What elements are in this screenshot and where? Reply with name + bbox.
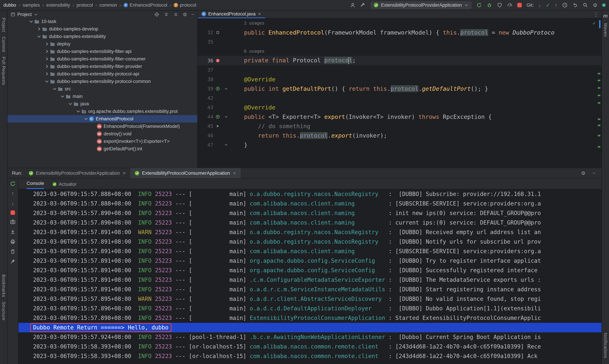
code-editor[interactable]: 2 usages32public EnhancedProtocol(Framew… [198, 18, 601, 168]
breadcrumb-item[interactable]: protocol [77, 2, 93, 8]
chevron-right-icon[interactable] [44, 64, 50, 69]
tree-item[interactable]: mdestroy():void [8, 130, 197, 138]
fold-marker[interactable] [222, 49, 230, 54]
tree-item[interactable]: dubbo-samples-extensibility-filter-provi… [8, 63, 197, 70]
profiler-button[interactable] [507, 2, 513, 8]
chevron-down-icon[interactable] [75, 109, 81, 114]
chevron-right-icon[interactable] [44, 41, 50, 46]
fold-marker[interactable] [222, 21, 230, 26]
collapse-all-button[interactable] [173, 12, 178, 17]
editor-code-line[interactable]: 43@Override [198, 103, 601, 112]
tree-item[interactable]: main [8, 93, 197, 100]
fold-marker[interactable] [222, 39, 230, 44]
chevron-down-icon[interactable] [34, 13, 38, 16]
tree-item[interactable]: java [8, 100, 197, 108]
close-icon[interactable] [122, 171, 126, 175]
editor-code-line[interactable]: 38@Override [198, 75, 601, 84]
tree-item[interactable]: src [8, 85, 197, 93]
editor-inlay-hint[interactable]: 6 usages [198, 46, 601, 56]
chevron-down-icon[interactable] [28, 19, 34, 24]
screenshot-camera-button[interactable] [10, 219, 16, 225]
run-tab[interactable]: ExtensibilityProtocolProviderApplication [24, 168, 130, 178]
sidebar-item-commit[interactable]: Commit [1, 37, 6, 52]
notifications-tool-button[interactable]: Notifications [602, 328, 609, 363]
tree-item[interactable]: mEnhancedProtocol(FrameworkModel) [8, 123, 197, 130]
fold-marker[interactable] [222, 124, 230, 129]
scroll-to-end-button[interactable] [10, 229, 16, 234]
tree-item[interactable]: dubbo-samples-extensibility [8, 33, 197, 40]
chevron-down-icon[interactable] [52, 86, 58, 91]
run-hide-button[interactable]: − [593, 170, 595, 176]
editor-code-line[interactable]: 45// do something [198, 121, 601, 131]
sidebar-item-pull-requests[interactable]: Pull Requests [1, 57, 6, 85]
inspections-widget-check-icon[interactable]: ✓ [593, 20, 596, 26]
chevron-right-icon[interactable] [44, 56, 50, 62]
sidebar-item-bookmarks[interactable]: Bookmarks [1, 274, 6, 297]
fold-marker[interactable] [222, 133, 230, 138]
rerun-button[interactable] [476, 2, 482, 8]
tree-item[interactable]: dubbo-samples-extensibility-protocol-com… [8, 78, 197, 85]
user-avatar-icon[interactable] [350, 2, 355, 8]
chevron-right-icon[interactable] [36, 26, 42, 31]
run-line-gutter-icon[interactable] [216, 124, 220, 128]
tab-options-kebab-icon[interactable]: ⋮ [593, 12, 598, 17]
search-everywhere-icon[interactable] [582, 2, 588, 8]
override-gutter-icon[interactable] [216, 115, 220, 119]
stop-button[interactable] [517, 3, 522, 7]
error-gutter-icon[interactable] [216, 58, 220, 63]
breadcrumb-item[interactable]: fprotocol [174, 2, 196, 8]
pin-tab-button[interactable] [10, 259, 16, 264]
sidebar-item-structure[interactable]: Structure [1, 302, 6, 320]
history-clock-icon[interactable] [562, 2, 568, 8]
fold-marker[interactable] [222, 114, 230, 119]
expand-all-button[interactable] [164, 12, 169, 17]
breadcrumb-item[interactable]: common [99, 2, 117, 8]
project-view-title[interactable]: Project [17, 12, 32, 17]
editor-inlay-hint[interactable]: 2 usages [198, 18, 601, 28]
fold-marker[interactable] [222, 67, 230, 73]
git-commit-button[interactable]: ✓ [546, 2, 550, 8]
breadcrumb-item[interactable]: extensibility [46, 2, 70, 8]
chevron-down-icon[interactable] [60, 94, 66, 99]
chevron-right-icon[interactable] [44, 49, 50, 54]
fold-marker[interactable] [222, 86, 230, 91]
fold-marker[interactable] [222, 95, 230, 101]
run-tab[interactable]: ExtensibilityProtocolConsumerApplication [130, 168, 241, 178]
editor-code-line[interactable]: 37 [198, 65, 601, 75]
run-settings-gear-icon[interactable]: ⚙ [581, 170, 585, 176]
rerun-application-button[interactable] [10, 181, 16, 187]
chevron-down-icon[interactable] [36, 34, 42, 39]
editor-code-line[interactable]: 39public int getDefaultPort() { return t… [198, 84, 601, 93]
chevron-right-icon[interactable] [44, 71, 50, 77]
print-button[interactable] [10, 239, 16, 245]
rollback-icon[interactable] [572, 2, 578, 8]
chevron-down-icon[interactable] [68, 101, 73, 106]
fold-marker[interactable] [222, 105, 230, 110]
tree-item[interactable]: 10-task [8, 18, 197, 25]
run-configuration-selector[interactable]: ExtensibilityProtocolProviderApplication [370, 1, 472, 9]
fold-marker[interactable] [222, 58, 230, 63]
editor-code-line[interactable]: 42 [198, 93, 601, 103]
maven-tool-button[interactable]: m Maven [602, 13, 609, 41]
chevron-down-icon[interactable] [44, 79, 50, 84]
tree-item[interactable]: dubbo-samples-develop [8, 25, 197, 33]
tree-item[interactable]: CEnhancedProtocol [8, 115, 197, 123]
notifications-indicator[interactable] [602, 3, 606, 7]
chevron-down-icon[interactable] [83, 116, 89, 121]
fold-marker[interactable] [222, 142, 230, 147]
view-tab-console[interactable]: Console [27, 181, 44, 189]
git-push-button[interactable]: ↑ [555, 2, 557, 8]
locate-file-button[interactable] [154, 12, 159, 17]
tree-item[interactable]: dubbo-samples-extensibility-protocol-api [8, 70, 197, 78]
editor-scrollbar[interactable] [597, 18, 601, 168]
up-stack-trace-button[interactable]: ↑ [12, 191, 14, 196]
breadcrumb-item[interactable]: dubbo [3, 2, 16, 8]
breadcrumb-item[interactable]: CEnhancedProtocol [123, 2, 167, 8]
tree-item[interactable]: org.apache.dubbo.samples.extensibility.p… [8, 108, 197, 115]
editor-code-line[interactable]: 47} [198, 140, 601, 149]
git-update-button[interactable]: ↓ [539, 2, 541, 8]
hide-tool-window-button[interactable]: − [191, 12, 194, 17]
tree-item[interactable]: mexport(Invoker<T>):Exporter<T> [8, 138, 197, 145]
stop-process-button[interactable] [11, 210, 15, 215]
scrollbar-thumb[interactable] [599, 20, 600, 28]
